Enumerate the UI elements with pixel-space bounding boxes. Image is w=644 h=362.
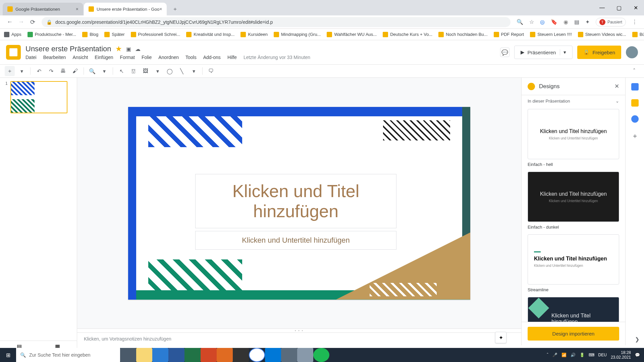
explore-button[interactable]: ✦ [495, 332, 506, 343]
extension-icon[interactable]: ◎ [540, 19, 545, 25]
share-button[interactable]: 🔒 Freigeben [577, 46, 621, 59]
tray-mic-icon[interactable]: 🎤 [552, 353, 557, 357]
design-card-focus[interactable]: Klicken und Titel hinzufügen [528, 297, 619, 322]
bookmark-item[interactable]: Blog [82, 32, 98, 37]
kebab-menu-icon[interactable]: ⋮ [632, 19, 637, 25]
keep-icon[interactable] [631, 99, 639, 107]
bookmark-item[interactable]: Produktsuche - Mer... [28, 32, 76, 37]
taskbar-app[interactable] [152, 348, 168, 362]
bookmark-item[interactable]: Deutsche Kurs + Vo... [383, 32, 432, 37]
chevron-down-icon[interactable]: ▾ [560, 49, 566, 55]
menu-einfuegen[interactable]: Einfügen [95, 55, 113, 60]
last-edit-label[interactable]: Letzte Änderung vor 33 Minuten [244, 55, 310, 60]
present-button[interactable]: ▶ Präsentieren ▾ [514, 46, 573, 59]
bookmark-item[interactable]: Kreativität und Insp... [186, 32, 234, 37]
shape-tool[interactable]: ◯ [165, 66, 175, 76]
menu-format[interactable]: Format [120, 55, 135, 60]
reload-button[interactable]: ⟳ [27, 18, 38, 26]
profile-badge[interactable]: T Pausiert [596, 18, 626, 26]
taskbar-app[interactable] [184, 348, 201, 362]
slide[interactable]: Klicken und Titel hinzufügen Klicken und… [128, 107, 470, 300]
task-view-button[interactable] [120, 348, 136, 362]
taskbar-app[interactable] [249, 348, 265, 362]
redo-button[interactable]: ↷ [46, 66, 56, 76]
bookmark-item[interactable]: Steuern Videos wic... [578, 32, 626, 37]
taskbar-app[interactable] [201, 348, 217, 362]
extension-icon[interactable]: ◉ [564, 19, 568, 25]
line-dropdown[interactable]: ▾ [189, 66, 199, 76]
browser-tab-active[interactable]: Unsere erste Präsentation - Goo × [84, 3, 167, 15]
star-icon[interactable]: ☆ [529, 19, 534, 25]
bookmark-item[interactable]: Steuern Lesen !!!! [530, 32, 572, 37]
tray-language[interactable]: DEU [598, 353, 607, 357]
bookmark-item[interactable]: Kursideen [240, 32, 268, 37]
star-icon[interactable]: ★ [115, 45, 122, 53]
bookmark-item[interactable]: PDF Report [494, 32, 524, 37]
menu-bearbeiten[interactable]: Bearbeiten [43, 55, 66, 60]
new-slide-button[interactable]: ＋ [5, 66, 15, 76]
account-avatar[interactable] [626, 46, 638, 58]
taskbar-app[interactable] [313, 348, 329, 362]
tray-clock[interactable]: 18:28 23.02.2021 [611, 350, 631, 360]
taskbar-app[interactable] [168, 348, 184, 362]
menu-tools[interactable]: Tools [185, 55, 197, 60]
design-card-streamline[interactable]: Klicken und Titel hinzufügen Klicken und… [528, 234, 619, 285]
taskbar-app[interactable] [136, 348, 152, 362]
start-button[interactable]: ⊞ [0, 348, 16, 362]
tray-chevron-icon[interactable]: ˆ [547, 353, 548, 357]
designs-section-header[interactable]: In dieser Präsentation ⌄ [522, 95, 625, 107]
zoom-icon[interactable]: 🔍 [517, 19, 523, 25]
menu-datei[interactable]: Datei [25, 55, 37, 60]
menu-hilfe[interactable]: Hilfe [227, 55, 237, 60]
close-icon[interactable]: × [76, 6, 78, 12]
taskbar-search[interactable]: 🔍 Zur Suche Text hier eingeben [16, 348, 120, 362]
design-card-dark[interactable]: Klicken und Titel hinzufügen Klicken und… [528, 172, 619, 222]
image-tool[interactable]: 🖼 [141, 66, 151, 76]
menu-addons[interactable]: Add-ons [203, 55, 221, 60]
title-placeholder[interactable]: Klicken und Titel hinzufügen [195, 174, 396, 228]
zoom-button[interactable]: 🔍 [87, 66, 97, 76]
extensions-menu-icon[interactable]: ✦ [585, 19, 590, 25]
extension-icon[interactable]: 🔖 [551, 19, 557, 25]
close-panel-button[interactable]: ✕ [614, 83, 619, 90]
taskbar-app[interactable] [233, 348, 249, 362]
collapse-toolbar-button[interactable]: ˆ [629, 66, 639, 76]
speaker-notes[interactable]: Klicken, um Vortragsnotizen hinzuzufügen [77, 333, 521, 345]
menu-anordnen[interactable]: Anordnen [158, 55, 179, 60]
move-icon[interactable]: ▣ [126, 46, 131, 52]
menu-ansicht[interactable]: Ansicht [72, 55, 88, 60]
bookmark-item[interactable]: Professionell Schrei... [131, 32, 180, 37]
subtitle-placeholder[interactable]: Klicken und Untertitel hinzufügen [195, 231, 396, 250]
forward-button[interactable]: → [15, 18, 27, 25]
minimize-button[interactable]: ― [594, 0, 610, 15]
slide-thumbnail[interactable] [10, 81, 67, 113]
undo-button[interactable]: ↶ [34, 66, 44, 76]
apps-button[interactable]: Apps [4, 32, 21, 37]
notes-drag-handle[interactable]: • • • [77, 328, 521, 333]
taskbar-app[interactable] [217, 348, 233, 362]
menu-folie[interactable]: Folie [142, 55, 152, 60]
tray-notifications-icon[interactable]: 💬 [635, 353, 640, 357]
add-addon-button[interactable]: ＋ [632, 131, 638, 140]
document-title[interactable]: Unsere erste Präsentation [25, 45, 111, 53]
close-icon[interactable]: × [159, 6, 162, 12]
design-card-light[interactable]: Klicken und Titel hinzufügen Klicken und… [528, 109, 619, 159]
bookmark-item[interactable]: Mindmapping (Gru... [274, 32, 321, 37]
import-design-button[interactable]: Design importieren [528, 327, 619, 341]
back-button[interactable]: ← [4, 18, 15, 25]
cloud-icon[interactable]: ☁ [135, 46, 141, 52]
tray-battery-icon[interactable]: 🔋 [580, 353, 585, 357]
close-window-button[interactable]: ✕ [627, 0, 644, 15]
zoom-dropdown[interactable]: ▾ [99, 66, 109, 76]
image-dropdown[interactable]: ▾ [153, 66, 163, 76]
taskbar-app[interactable] [297, 348, 313, 362]
browser-tab[interactable]: Google Präsentationen × [3, 3, 83, 15]
tray-wifi-icon[interactable]: 📶 [561, 353, 567, 357]
slides-logo-icon[interactable] [6, 45, 21, 60]
bookmark-item[interactable]: Wahlfächer WU Aus... [327, 32, 377, 37]
slide-canvas-area[interactable]: Klicken und Titel hinzufügen Klicken und… [77, 78, 521, 328]
new-slide-dropdown[interactable]: ▾ [17, 66, 27, 76]
extension-icon[interactable]: ▤ [574, 19, 579, 25]
bookmark-item[interactable]: Später [104, 32, 124, 37]
taskbar-app[interactable] [281, 348, 297, 362]
